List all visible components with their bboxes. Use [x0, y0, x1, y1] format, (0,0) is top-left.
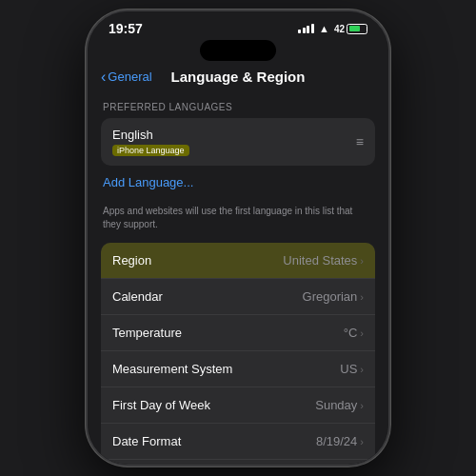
content-area: PREFERRED LANGUAGES English iPhone Langu… — [88, 92, 388, 465]
back-arrow-icon: ‹ — [101, 69, 106, 85]
temperature-value: °C — [344, 326, 358, 340]
first-day-value: Sunday — [315, 398, 357, 412]
nav-bar: ‹ General Language & Region — [88, 65, 388, 92]
calendar-label: Calendar — [112, 289, 163, 304]
back-button[interactable]: ‹ General — [101, 69, 152, 85]
info-text: Apps and websites will use the first lan… — [88, 199, 388, 243]
chevron-icon: › — [360, 327, 364, 339]
language-item-english[interactable]: English iPhone Language ≡ — [101, 118, 375, 166]
region-label: Region — [112, 253, 151, 268]
add-language-button[interactable]: Add Language... — [88, 166, 388, 199]
signal-bar-1 — [298, 30, 301, 33]
back-label: General — [108, 69, 151, 84]
phone-inner: 19:57 ▲ 42 — [88, 11, 388, 465]
language-name: English — [112, 128, 189, 142]
status-bar: 19:57 ▲ 42 — [88, 11, 388, 40]
battery-fill — [349, 26, 360, 31]
settings-row-temperature[interactable]: Temperature °C › — [101, 315, 375, 351]
signal-bar-3 — [307, 26, 309, 33]
battery-body — [347, 24, 367, 34]
dynamic-island — [200, 40, 276, 61]
phone-frame: 19:57 ▲ 42 — [86, 10, 390, 466]
measurement-value-wrap: US › — [340, 362, 364, 376]
chevron-icon: › — [360, 364, 364, 375]
signal-bar-2 — [303, 28, 306, 33]
region-value-wrap: United States › — [283, 253, 364, 268]
wifi-icon: ▲ — [319, 23, 329, 34]
status-icons: ▲ 42 — [298, 23, 367, 34]
section-label-languages: PREFERRED LANGUAGES — [88, 92, 388, 118]
language-sub: iPhone Language — [112, 145, 189, 156]
chevron-icon: › — [360, 400, 364, 411]
measurement-value: US — [340, 362, 357, 376]
chevron-icon: › — [360, 291, 364, 303]
region-value: United States — [283, 253, 357, 268]
page-title: Language & Region — [171, 69, 306, 85]
reorder-icon: ≡ — [356, 134, 364, 149]
measurement-label: Measurement System — [112, 362, 232, 376]
settings-row-region[interactable]: Region United States › — [101, 243, 375, 279]
settings-row-measurement[interactable]: Measurement System US › — [101, 351, 375, 387]
language-label-wrap: English iPhone Language — [112, 128, 189, 156]
temperature-label: Temperature — [112, 326, 182, 340]
calendar-value-wrap: Gregorian › — [303, 289, 364, 304]
first-day-value-wrap: Sunday › — [315, 398, 364, 412]
chevron-icon: › — [360, 436, 364, 447]
date-format-label: Date Format — [112, 434, 181, 448]
first-day-label: First Day of Week — [112, 398, 210, 412]
settings-group: Region United States › Calendar Gregoria… — [101, 243, 375, 465]
signal-bars-icon — [298, 24, 314, 33]
status-time: 19:57 — [109, 21, 143, 36]
settings-row-date-format[interactable]: Date Format 8/19/24 › — [101, 424, 375, 460]
battery-icon: 42 — [334, 24, 367, 34]
chevron-icon: › — [360, 255, 364, 267]
settings-row-first-day[interactable]: First Day of Week Sunday › — [101, 387, 375, 424]
settings-row-calendar[interactable]: Calendar Gregorian › — [101, 279, 375, 315]
signal-bar-4 — [311, 24, 314, 33]
battery-percent: 42 — [334, 24, 345, 34]
date-format-value-wrap: 8/19/24 › — [316, 434, 364, 448]
settings-row-number-format[interactable]: Number Format 1,234,567.89 › — [101, 460, 375, 465]
calendar-value: Gregorian — [303, 289, 358, 304]
temperature-value-wrap: °C › — [344, 326, 364, 340]
date-format-value: 8/19/24 — [316, 434, 357, 448]
